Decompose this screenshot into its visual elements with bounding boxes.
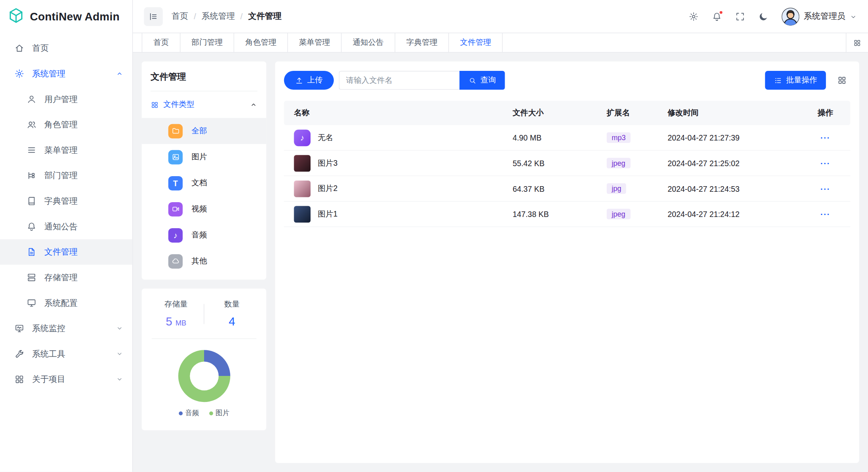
home-icon xyxy=(14,43,24,53)
file-type-label: 全部 xyxy=(192,126,207,136)
sidebar-item-storage-management[interactable]: 存储管理 xyxy=(0,265,132,290)
user-name: 系统管理员 xyxy=(804,11,846,22)
file-type-video[interactable]: 视频 xyxy=(142,196,266,222)
sidebar-menu: 首页 系统管理 用户管理 角色管理 菜单管理 部门管理 xyxy=(0,33,132,392)
sidebar-item-label: 用户管理 xyxy=(44,94,78,104)
tab-dictionary-management[interactable]: 字典管理 xyxy=(395,33,449,52)
notification-badge xyxy=(719,10,723,14)
row-actions-button[interactable]: ··· xyxy=(820,209,830,219)
file-size: 55.42 KB xyxy=(513,159,607,167)
grid-icon xyxy=(14,374,24,384)
query-button[interactable]: 查询 xyxy=(459,71,505,90)
file-type-other[interactable]: 其他 xyxy=(142,248,266,274)
sidebar-item-about-project[interactable]: 关于项目 xyxy=(0,367,132,392)
divider xyxy=(152,338,256,339)
fullscreen-button[interactable] xyxy=(735,11,745,21)
settings-button[interactable] xyxy=(689,11,699,21)
table-row[interactable]: 图片2 64.37 KB jpg 2024-04-27 21:24:53 ··· xyxy=(284,176,850,202)
legend-dot xyxy=(178,412,182,416)
row-actions-button[interactable]: ··· xyxy=(820,184,830,193)
storage-stats-panel: 存储量 5 MB 数量 4 音频 图片 xyxy=(142,289,266,430)
file-size: 4.90 MB xyxy=(513,133,607,142)
storage-icon xyxy=(26,273,36,283)
tab-department-management[interactable]: 部门管理 xyxy=(180,33,234,52)
file-type-audio[interactable]: ♪ 音频 xyxy=(142,222,266,248)
breadcrumb-home[interactable]: 首页 xyxy=(172,11,188,22)
file-type-all[interactable]: 全部 xyxy=(142,118,266,144)
sidebar-item-role-management[interactable]: 角色管理 xyxy=(0,112,132,137)
sidebar-item-system-monitor[interactable]: 系统监控 xyxy=(0,315,132,341)
chevron-down-icon xyxy=(116,350,123,358)
column-header-ext: 扩展名 xyxy=(607,108,668,118)
bell-icon xyxy=(26,221,36,231)
legend-item-audio[interactable]: 音频 xyxy=(178,409,199,418)
file-type-label: 其他 xyxy=(192,256,207,266)
user-icon xyxy=(26,94,36,104)
tab-menu-management[interactable]: 菜单管理 xyxy=(288,33,341,52)
chevron-down-icon xyxy=(116,376,123,383)
panel-title: 文件管理 xyxy=(142,62,266,91)
topbar: 首页 / 系统管理 / 文件管理 xyxy=(133,0,868,33)
file-name: 图片1 xyxy=(318,209,338,219)
tab-file-management[interactable]: 文件管理 xyxy=(449,33,503,52)
search-icon xyxy=(468,76,477,84)
table-row[interactable]: ♪ 无名 4.90 MB mp3 2024-04-27 21:27:39 ··· xyxy=(284,125,850,151)
row-actions-button[interactable]: ··· xyxy=(820,133,830,143)
ext-badge: mp3 xyxy=(607,133,631,143)
sidebar-item-label: 通知公告 xyxy=(44,221,78,232)
breadcrumb-system-management[interactable]: 系统管理 xyxy=(202,11,235,22)
sidebar: ContiNew Admin 首页 系统管理 用户管理 角色管理 xyxy=(0,0,133,472)
batch-operations-button[interactable]: 批量操作 xyxy=(765,71,826,90)
sidebar-item-system-config[interactable]: 系统配置 xyxy=(0,290,132,316)
modified-time: 2024-04-27 21:27:39 xyxy=(668,133,800,142)
table-row[interactable]: 图片1 147.38 KB jpeg 2024-04-27 21:24:12 ·… xyxy=(284,202,850,227)
tab-home[interactable]: 首页 xyxy=(142,33,180,52)
monitor-icon xyxy=(26,298,36,308)
user-menu[interactable]: 系统管理员 xyxy=(782,8,857,25)
row-actions-button[interactable]: ··· xyxy=(820,159,830,168)
sidebar-item-system-management[interactable]: 系统管理 xyxy=(0,61,132,86)
gear-icon xyxy=(689,11,699,21)
document-icon: T xyxy=(168,176,183,190)
sidebar-item-label: 系统监控 xyxy=(32,323,65,333)
file-table: 名称 文件大小 扩展名 修改时间 操作 ♪ 无名 4.90 MB mp3 20 xyxy=(284,101,850,227)
sidebar-item-dictionary-management[interactable]: 字典管理 xyxy=(0,188,132,214)
grid-view-icon xyxy=(837,75,847,85)
column-header-name: 名称 xyxy=(284,108,513,118)
filename-search-input[interactable] xyxy=(339,71,460,90)
file-type-image[interactable]: 图片 xyxy=(142,144,266,170)
app-logo-row[interactable]: ContiNew Admin xyxy=(0,0,132,33)
chart-legend: 音频 图片 xyxy=(148,409,260,418)
modified-time: 2024-04-27 21:25:02 xyxy=(668,159,800,167)
file-type-section-toggle[interactable]: 文件类型 xyxy=(142,91,266,118)
dark-mode-button[interactable] xyxy=(758,11,768,21)
menu-collapse-button[interactable] xyxy=(144,7,163,26)
file-size: 147.38 KB xyxy=(513,210,607,219)
sidebar-item-label: 字典管理 xyxy=(44,196,78,206)
sidebar-item-notice-management[interactable]: 通知公告 xyxy=(0,214,132,239)
modified-time: 2024-04-27 21:24:12 xyxy=(668,210,800,219)
image-icon xyxy=(168,150,183,164)
sidebar-item-home[interactable]: 首页 xyxy=(0,36,132,61)
sidebar-item-department-management[interactable]: 部门管理 xyxy=(0,163,132,189)
sidebar-item-file-management[interactable]: 文件管理 xyxy=(0,239,132,265)
file-name: 图片2 xyxy=(318,184,338,194)
tab-role-management[interactable]: 角色管理 xyxy=(234,33,288,52)
file-type-document[interactable]: T 文档 xyxy=(142,170,266,196)
sidebar-item-system-tools[interactable]: 系统工具 xyxy=(0,341,132,367)
notifications-button[interactable] xyxy=(712,11,722,21)
org-tree-icon xyxy=(26,171,36,181)
ext-badge: jpeg xyxy=(607,209,630,219)
upload-button[interactable]: 上传 xyxy=(284,71,334,90)
view-toggle-button[interactable] xyxy=(834,72,850,88)
table-row[interactable]: 图片3 55.42 KB jpeg 2024-04-27 21:25:02 ··… xyxy=(284,151,850,176)
tab-notice-management[interactable]: 通知公告 xyxy=(341,33,395,52)
tab-actions-button[interactable] xyxy=(846,33,868,52)
sidebar-item-menu-management[interactable]: 菜单管理 xyxy=(0,137,132,163)
file-icon xyxy=(26,247,36,257)
legend-item-image[interactable]: 图片 xyxy=(209,409,229,418)
table-toolbar: 上传 查询 批量操作 xyxy=(284,71,850,90)
file-type-panel: 文件管理 文件类型 全部 图片 xyxy=(142,62,266,280)
sidebar-item-label: 部门管理 xyxy=(44,170,78,181)
sidebar-item-user-management[interactable]: 用户管理 xyxy=(0,86,132,112)
